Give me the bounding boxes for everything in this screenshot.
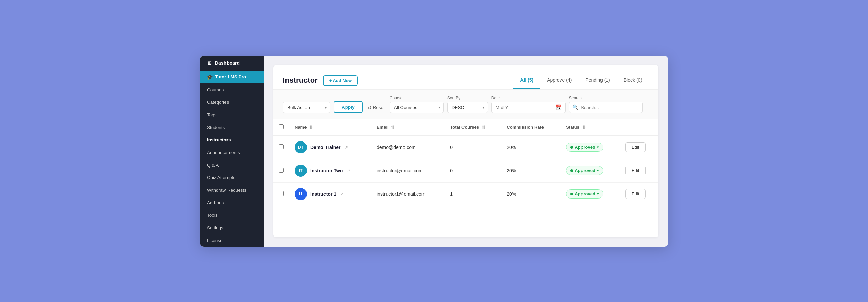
- sidebar-item-instructors[interactable]: Instructors: [200, 134, 264, 146]
- sidebar-item-license[interactable]: License: [200, 234, 264, 247]
- sidebar-item-quiz-attempts[interactable]: Quiz Attempts: [200, 171, 264, 184]
- sidebar-item-courses[interactable]: Courses: [200, 83, 264, 96]
- date-input[interactable]: [491, 102, 566, 113]
- external-link-icon[interactable]: ↗: [344, 145, 348, 150]
- total-courses-value: 1: [450, 191, 453, 197]
- instructor-email: instructor@email.com: [377, 168, 423, 173]
- sidebar-item-tutor-lms-pro[interactable]: 🎓 Tutor LMS Pro: [200, 71, 264, 83]
- filters-bar: Bulk Action ▾ Apply ↺ Reset Course All C…: [273, 90, 658, 119]
- status-sort-icon[interactable]: ⇅: [582, 125, 586, 130]
- sortby-select[interactable]: DESC: [447, 102, 488, 113]
- th-total-courses: Total Courses ⇅: [445, 119, 501, 135]
- course-select[interactable]: All Courses: [390, 102, 444, 113]
- th-commission-rate: Commission Rate: [501, 119, 560, 135]
- select-all-checkbox[interactable]: [279, 124, 284, 129]
- th-name: Name ⇅: [289, 119, 371, 135]
- status-badge[interactable]: Approved ▾: [566, 189, 603, 199]
- row-status-cell: Approved ▾: [560, 159, 620, 182]
- row-checkbox-2[interactable]: [279, 191, 284, 196]
- search-input[interactable]: [569, 102, 643, 113]
- name-sort-icon[interactable]: ⇅: [309, 125, 313, 130]
- row-total-courses-cell: 0: [445, 159, 501, 182]
- name-cell: DT Demo Trainer ↗: [295, 141, 366, 153]
- reset-button[interactable]: ↺ Reset: [366, 102, 386, 113]
- sidebar-item-withdraw-requests[interactable]: Withdraw Requests: [200, 184, 264, 196]
- header-left: Instructor + Add New: [283, 75, 358, 86]
- row-checkbox-1[interactable]: [279, 168, 284, 173]
- row-name-cell: IT Instructor Two ↗: [289, 159, 371, 182]
- total-courses-sort-icon[interactable]: ⇅: [482, 125, 485, 130]
- row-commission-rate-cell: 20%: [501, 159, 560, 182]
- row-checkbox-cell: [273, 135, 289, 159]
- sidebar-item-tags[interactable]: Tags: [200, 109, 264, 121]
- avatar: DT: [295, 141, 307, 153]
- row-email-cell: instructor@email.com: [371, 159, 445, 182]
- search-wrapper: 🔍: [569, 102, 643, 113]
- row-email-cell: demo@demo.com: [371, 135, 445, 159]
- reset-icon: ↺: [368, 105, 372, 110]
- add-new-button[interactable]: + Add New: [323, 75, 358, 86]
- total-courses-value: 0: [450, 145, 453, 150]
- row-total-courses-cell: 0: [445, 135, 501, 159]
- edit-button[interactable]: Edit: [625, 142, 646, 152]
- tab-approve[interactable]: Approve (4): [540, 72, 578, 89]
- course-select-wrapper: All Courses ▾: [390, 102, 444, 113]
- row-edit-cell: Edit: [620, 135, 658, 159]
- status-label: Approved: [575, 168, 595, 173]
- bulk-action-select[interactable]: Bulk Action: [283, 102, 330, 113]
- edit-button[interactable]: Edit: [625, 189, 646, 199]
- instructor-name: Instructor Two: [310, 168, 343, 173]
- row-name-cell: DT Demo Trainer ↗: [289, 135, 371, 159]
- tab-pending[interactable]: Pending (1): [578, 72, 616, 89]
- commission-rate-value: 20%: [507, 191, 516, 197]
- date-filter-label: Date: [491, 96, 566, 100]
- tab-all[interactable]: All (5): [513, 72, 540, 89]
- row-email-cell: instructor1@email.com: [371, 182, 445, 206]
- sidebar-item-announcements[interactable]: Announcements: [200, 146, 264, 159]
- table-row: I1 Instructor 1 ↗ instructor1@email.com …: [273, 182, 658, 206]
- instructors-table: Name ⇅ Email ⇅ Total Courses ⇅: [273, 119, 658, 206]
- status-dot: [570, 169, 573, 172]
- row-commission-rate-cell: 20%: [501, 135, 560, 159]
- sidebar: ⊞ Dashboard 🎓 Tutor LMS Pro Courses Cate…: [200, 56, 264, 247]
- row-status-cell: Approved ▾: [560, 135, 620, 159]
- table-area: Name ⇅ Email ⇅ Total Courses ⇅: [273, 119, 658, 237]
- course-filter-group: Course All Courses ▾: [390, 96, 444, 113]
- external-link-icon[interactable]: ↗: [340, 192, 344, 196]
- sidebar-item-qa[interactable]: Q & A: [200, 159, 264, 171]
- row-edit-cell: Edit: [620, 182, 658, 206]
- table-row: DT Demo Trainer ↗ demo@demo.com 0 20% Ap…: [273, 135, 658, 159]
- content-card: Instructor + Add New All (5) Approve (4)…: [273, 65, 658, 237]
- dashboard-icon: ⊞: [207, 60, 212, 66]
- page-title: Instructor: [283, 76, 318, 85]
- total-courses-value: 0: [450, 168, 453, 173]
- course-filter-label: Course: [390, 96, 444, 100]
- status-chevron-icon: ▾: [597, 192, 599, 196]
- row-checkbox-0[interactable]: [279, 144, 284, 149]
- sortby-select-wrapper: DESC ▾: [447, 102, 488, 113]
- status-dot: [570, 193, 573, 195]
- status-badge[interactable]: Approved ▾: [566, 143, 603, 152]
- table-header-row: Name ⇅ Email ⇅ Total Courses ⇅: [273, 119, 658, 135]
- sidebar-item-categories[interactable]: Categories: [200, 96, 264, 109]
- apply-button[interactable]: Apply: [334, 101, 363, 113]
- sidebar-item-tools[interactable]: Tools: [200, 209, 264, 222]
- bulk-action-group: Bulk Action ▾: [283, 102, 330, 113]
- tab-block[interactable]: Block (0): [617, 72, 649, 89]
- th-checkbox: [273, 119, 289, 135]
- status-badge[interactable]: Approved ▾: [566, 166, 603, 175]
- search-filter-label: Search: [569, 96, 643, 100]
- status-label: Approved: [575, 191, 595, 196]
- sidebar-item-settings[interactable]: Settings: [200, 222, 264, 234]
- external-link-icon[interactable]: ↗: [347, 168, 350, 173]
- sidebar-item-add-ons[interactable]: Add-ons: [200, 196, 264, 209]
- sidebar-item-students[interactable]: Students: [200, 121, 264, 134]
- instructor-email: demo@demo.com: [377, 145, 416, 150]
- edit-button[interactable]: Edit: [625, 166, 646, 175]
- email-sort-icon[interactable]: ⇅: [391, 125, 394, 130]
- commission-rate-value: 20%: [507, 168, 516, 173]
- header-tabs: All (5) Approve (4) Pending (1) Block (0…: [513, 72, 649, 89]
- sidebar-item-dashboard[interactable]: ⊞ Dashboard: [200, 56, 264, 71]
- row-status-cell: Approved ▾: [560, 182, 620, 206]
- th-status: Status ⇅: [560, 119, 620, 135]
